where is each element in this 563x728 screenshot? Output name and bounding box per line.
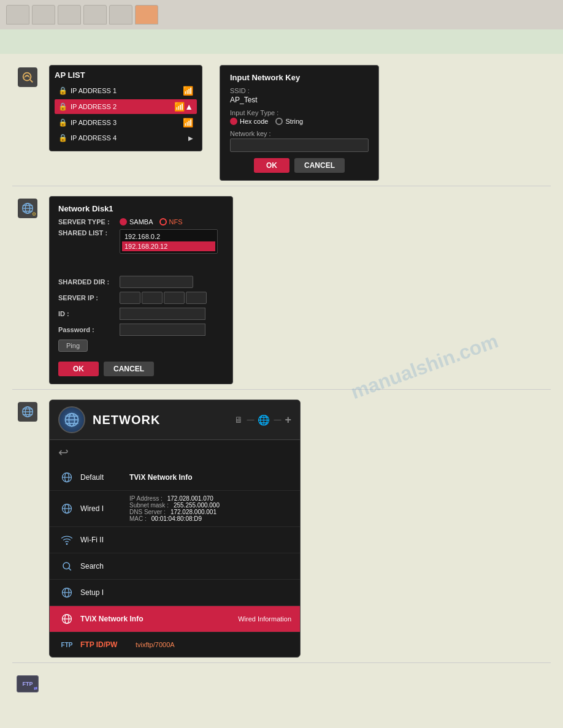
section-2-icon: ⚙ [12,196,43,218]
nd-shared-dir-input[interactable]: tvixhd1 [120,276,193,288]
nd-server-type-row: SERVER TYPE : SAMBA NFS [58,218,224,226]
radio-samba-dot [120,218,127,226]
lock-icon-1: 🔒 [58,86,67,95]
ns-toolbar-globe-icon[interactable]: 🌐 [258,414,270,426]
nd-shared-dir-label: SHARDED DIR : [58,278,120,286]
nd-ip-octet-2[interactable]: 168 [142,292,163,304]
ns-menu-wired[interactable]: Wired I IP Address : 172.028.001.070 Sub… [50,491,300,527]
nd-password-input[interactable] [120,324,205,336]
nd-server-type-label: SERVER TYPE : [58,218,120,226]
svg-point-0 [23,73,31,81]
ns-selected-value: Wired Information [238,615,291,623]
ink-cancel-button[interactable]: CANCEL [294,158,345,173]
svg-line-25 [69,568,71,570]
nd-id-input[interactable] [120,308,205,320]
svg-point-23 [66,544,67,545]
nd-password-row: Password : [58,324,224,336]
search-wifi-icon [18,67,37,87]
section-network-disk: ⚙ Network Disk1 SERVER TYPE : SAMBA NFS [12,191,551,390]
ink-ok-button[interactable]: OK [254,158,289,173]
ns-ftp-row[interactable]: FTP FTP ID/PW tvixftp/7000A [50,632,300,657]
nd-id-row: ID : [58,308,224,320]
ns-wired-mac-label: MAC : [129,515,147,522]
shared-list-item-2[interactable]: 192.168.20.12 [122,241,215,251]
lock-icon-2: 🔒 [58,102,67,111]
ap-item-label-3: IP ADDRESS 3 [71,119,117,126]
ink-ssid-label: SSID : [230,87,369,94]
ns-wired-dns-val: 172.028.000.001 [170,509,216,515]
top-section-bar [0,29,563,54]
radio-nfs[interactable]: NFS [159,218,183,226]
radio-string[interactable]: String [275,118,303,125]
ns-ftp-icon: FTP [58,636,75,653]
ink-buttons: OK CANCEL [230,158,369,173]
ap-list-item-3[interactable]: 🔒 IP ADDRESS 3 📶 [55,115,197,130]
ns-menu-wifi-label: Wi-Fi II [80,536,129,544]
ink-keytype-label: Input Key Type : [230,109,369,116]
ns-selected-icon [58,610,75,628]
ap-list-item-2[interactable]: 🔒 IP ADDRESS 2 📶▲ [55,99,197,114]
ns-menu-setup-label: Setup I [80,588,129,597]
nd-ping-button[interactable]: Ping [58,339,88,352]
ns-default-globe-icon [58,469,75,486]
signal-icon-3: 📶 [183,118,193,127]
ns-menu-wifi[interactable]: Wi-Fi II [50,527,300,553]
nd-ip-group: 192 168 1 56 [120,292,207,304]
ns-wired-mac-val: 00:01:04:80:08:D9 [151,515,202,522]
nd-ip-octet-4[interactable]: 56 [186,292,207,304]
nd-ok-button[interactable]: OK [58,362,99,376]
ns-wired-ip-label: IP Address : [129,495,163,502]
tab-4[interactable] [83,5,107,25]
ns-menu-setup[interactable]: Setup I [50,580,300,606]
ns-wired-subnet-val: 255.255.000.000 [174,502,220,509]
tab-5[interactable] [109,5,132,25]
ns-back-button[interactable]: ↩ [50,440,300,464]
ns-back-arrow: ↩ [58,445,69,460]
ns-search-icon [58,558,75,575]
tab-2[interactable] [32,5,55,25]
ap-list-item-4[interactable]: 🔒 IP ADDRESS 4 ▶ [55,131,197,145]
nd-cancel-button[interactable]: CANCEL [104,362,154,376]
nd-title: Network Disk1 [58,204,224,213]
tab-1[interactable] [6,5,29,25]
shared-list-item-1[interactable]: 192.168.0.2 [122,232,215,241]
radio-samba[interactable]: SAMBA [120,218,153,226]
section-1-icon [12,65,43,87]
section-network-screen: NETWORK 🖥 — 🌐 — + ↩ [12,395,551,663]
ns-ftp-value: tvixftp/7000A [136,641,175,648]
radio-hexcode[interactable]: Hex code [230,118,268,125]
ns-wired-subnet-label: Subnet mask : [129,502,169,509]
ns-toolbar-dash: — [247,415,254,424]
ns-toolbar: 🖥 — 🌐 — + [234,414,291,427]
tab-6-active[interactable] [135,5,158,25]
shared-list-box: 192.168.0.2 192.168.20.12 [120,229,218,254]
section-1-body: AP LIST 🔒 IP ADDRESS 1 📶 🔒 IP ADDRESS 2 [43,65,551,181]
svg-point-24 [63,563,70,569]
ns-menu-search[interactable]: Search [50,553,300,580]
ns-selected-label: TViX Network Info [80,615,238,623]
ap-list-item-1[interactable]: 🔒 IP ADDRESS 1 📶 [55,83,197,98]
ns-selected-row[interactable]: TViX Network Info Wired Information [50,606,300,632]
section-3-body: NETWORK 🖥 — 🌐 — + ↩ [43,400,551,658]
nd-shared-list-label: SHARED LIST : [58,229,120,237]
section-ftp: FTP ⇄ [12,668,551,697]
nd-ip-octet-3[interactable]: 1 [164,292,185,304]
signal-icon-2: 📶▲ [174,102,193,112]
ns-menu-wired-label: Wired I [80,504,129,513]
ap-item-label-2: IP ADDRESS 2 [71,103,117,110]
ns-menu-wired-info: IP Address : 172.028.001.070 Subnet mask… [129,495,291,522]
ap-list-title: AP LIST [55,70,197,80]
ns-toolbar-plus-icon[interactable]: + [285,414,291,427]
radio-dot-string [275,118,283,125]
ns-toolbar-monitor-icon[interactable]: 🖥 [234,415,243,425]
ink-netkey-label: Network key : [230,130,369,137]
ns-menu-default-info: TViX Network Info [129,473,291,482]
section-ap-list: AP LIST 🔒 IP ADDRESS 1 📶 🔒 IP ADDRESS 2 [12,60,551,186]
ns-menu-default[interactable]: Default TViX Network Info [50,464,300,491]
radio-nfs-dot [159,218,167,226]
nd-ip-octet-1[interactable]: 192 [120,292,140,304]
tab-3[interactable] [58,5,81,25]
ink-netkey-input[interactable] [230,138,369,152]
radio-hex-label: Hex code [240,118,268,125]
nd-shared-dir-row: SHARDED DIR : tvixhd1 [58,276,224,288]
